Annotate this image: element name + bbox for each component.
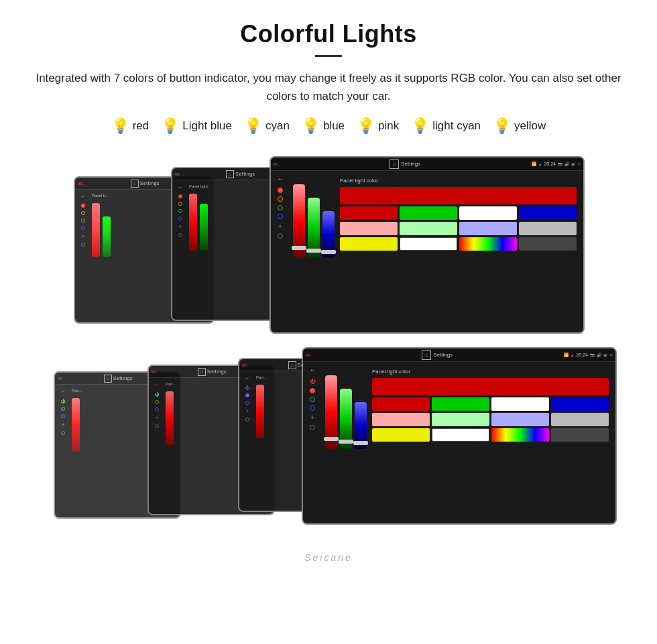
cell-lg[interactable] xyxy=(400,222,457,235)
plus-b1: + xyxy=(62,422,65,428)
color-yellow: 💡 yellow xyxy=(493,117,546,135)
dot-green-2 xyxy=(178,209,182,213)
cell-gr[interactable] xyxy=(519,222,577,235)
bot-cell-y[interactable] xyxy=(372,428,430,442)
dot-g-b2 xyxy=(155,400,159,404)
cell-b[interactable] xyxy=(519,206,577,220)
dot-orange-1 xyxy=(81,211,85,215)
bot-home-3[interactable]: ⌂ xyxy=(288,361,296,369)
top-screen-3: MC ⌂ Settings 📶 ▲ 20:24 📷 🔊 ▣ ⟲ xyxy=(270,156,585,334)
slider-red-2[interactable] xyxy=(189,194,197,251)
cell-lb[interactable] xyxy=(459,222,517,235)
slider-green-2[interactable] xyxy=(200,204,208,251)
bot-thumb-g4 xyxy=(339,440,353,444)
home-icon-2[interactable]: ⌂ xyxy=(226,170,234,178)
slider-thumb-r3 xyxy=(292,246,306,250)
color-red: 💡 red xyxy=(111,117,150,135)
color-lightblue: 💡 Light blue xyxy=(161,117,232,135)
cell-dk[interactable] xyxy=(519,237,577,251)
bot-back-3[interactable]: ← xyxy=(245,376,250,381)
bot-home-1[interactable]: ⌂ xyxy=(104,375,112,383)
color-cyan-label: cyan xyxy=(265,119,290,133)
bot-slider-group-4 xyxy=(325,369,367,449)
cell-lr[interactable] xyxy=(340,222,398,235)
bot-slider-r3[interactable] xyxy=(256,385,264,438)
watermark-area: Seicane xyxy=(27,552,630,564)
sidebar-1: ← + xyxy=(78,192,88,320)
page-container: Colorful Lights Integrated with 7 colors… xyxy=(0,0,657,590)
color-pink: 💡 pink xyxy=(357,117,399,135)
bot-dot-b-4 xyxy=(310,405,315,411)
slider-b3[interactable] xyxy=(322,211,335,258)
back-btn-3[interactable]: ← xyxy=(278,176,284,182)
bot-back-2[interactable]: ← xyxy=(155,383,160,387)
topbar-right-3: 📶 ▲ 20:24 📷 🔊 ▣ ⟲ xyxy=(532,162,581,166)
bot-cam-4: 📷 xyxy=(590,352,595,357)
home-icon-3[interactable]: ⌂ xyxy=(390,159,399,169)
cell-y[interactable] xyxy=(340,237,398,251)
slider-g3[interactable] xyxy=(308,198,320,258)
plus-b3: + xyxy=(246,408,249,414)
watermark: Seicane xyxy=(304,552,353,563)
bot-cell-b[interactable] xyxy=(551,397,609,411)
dot-blue-3 xyxy=(278,214,283,219)
back-1[interactable]: ← xyxy=(81,194,86,199)
color-row-3 xyxy=(340,237,577,251)
bot-cell-w[interactable] xyxy=(491,397,549,411)
title-divider xyxy=(315,55,342,57)
bot-home-4[interactable]: ⌂ xyxy=(422,350,431,360)
mic-icon-3: MC xyxy=(274,162,279,166)
bot-slider-g4[interactable] xyxy=(340,389,352,449)
cell-rainbow[interactable] xyxy=(459,237,517,251)
cell-w[interactable] xyxy=(459,206,517,220)
bot-color-row1-4 xyxy=(372,397,609,411)
cell-r[interactable] xyxy=(340,206,398,220)
bot-thumb-r4 xyxy=(324,437,339,441)
bot-back-1[interactable]: ← xyxy=(61,389,66,394)
sq-icon-3: ▣ xyxy=(571,162,575,166)
bot-dot-r-4 xyxy=(310,388,315,393)
color-row-2 xyxy=(340,222,577,235)
power-icon-2: ⏻ xyxy=(155,392,160,397)
dot-g-b1 xyxy=(61,407,65,411)
slider-group-3 xyxy=(293,178,335,258)
bot-slider-r4[interactable] xyxy=(325,375,337,449)
bot-cell-gr[interactable] xyxy=(551,413,609,426)
bot-cell-r[interactable] xyxy=(372,397,430,411)
dot-red-1 xyxy=(81,204,85,208)
bot-cell-lr[interactable] xyxy=(372,413,430,426)
slider-green-1[interactable] xyxy=(103,216,111,257)
bot-home-2[interactable]: ⌂ xyxy=(198,368,206,376)
bot-cell-rainbow[interactable] xyxy=(491,428,549,442)
bot-cell-lg[interactable] xyxy=(432,413,489,426)
back-2[interactable]: ← xyxy=(178,185,183,190)
bot-cell-wh[interactable] xyxy=(432,428,489,442)
cell-wh[interactable] xyxy=(400,237,457,251)
dot-green-1 xyxy=(81,218,85,222)
bot-mic-1: MC xyxy=(58,377,63,381)
bot-cell-lb[interactable] xyxy=(491,413,549,426)
bot-color-row2-4 xyxy=(372,413,609,426)
plus-b2: + xyxy=(156,415,159,421)
color-row-1 xyxy=(340,206,577,220)
home-icon-1[interactable]: ⌂ xyxy=(131,180,139,188)
bot-slider-r1[interactable] xyxy=(72,398,80,452)
dot-b-b1 xyxy=(61,414,65,418)
plus-3: + xyxy=(278,222,282,230)
dot-blue-2 xyxy=(178,216,182,220)
topbar-3: MC ⌂ Settings 📶 ▲ 20:24 📷 🔊 ▣ ⟲ xyxy=(271,157,583,171)
slider-r3[interactable] xyxy=(293,184,305,258)
bot-top-red-4[interactable] xyxy=(372,378,609,395)
bot-mic-2: MC xyxy=(152,370,157,374)
bot-back-btn-4[interactable]: ← xyxy=(310,367,316,373)
color-top-red[interactable] xyxy=(340,187,577,204)
dot-plus-1: + xyxy=(82,233,85,239)
bot-cell-g[interactable] xyxy=(432,397,489,411)
bot-slider-b4[interactable] xyxy=(355,402,367,449)
cell-g[interactable] xyxy=(400,206,457,220)
bot-cell-dk[interactable] xyxy=(551,428,609,442)
bot-panel-label-4: Panel light color xyxy=(372,369,609,375)
color-red-label: red xyxy=(133,119,150,133)
bot-slider-r2[interactable] xyxy=(166,391,174,445)
slider-red-1[interactable] xyxy=(92,203,100,257)
